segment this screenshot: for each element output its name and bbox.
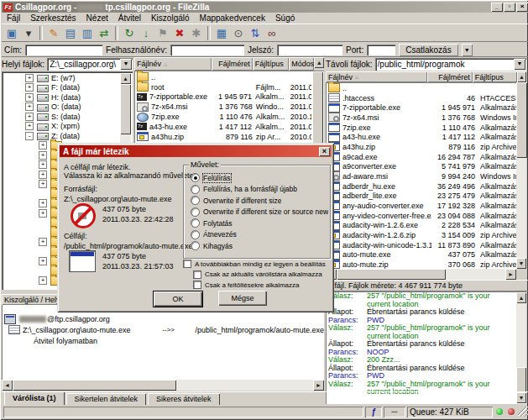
maximize-button[interactable]: ▫: [504, 3, 515, 12]
file-row[interactable]: 7-zipportable.exe 1 945 971 Alkalm... 20…: [136, 92, 311, 102]
local-path-combo[interactable]: Z:\_csillagpor.org\ ▼: [47, 58, 133, 71]
radio-icon[interactable]: [191, 218, 200, 228]
overwrite-option[interactable]: Overwrite if different size: [191, 195, 328, 207]
process-queue-icon[interactable]: ↓: [138, 25, 154, 41]
column-filetype[interactable]: Fájltípus: [473, 71, 517, 82]
file-row[interactable]: any-audio-converter.exe 17 192 328 Alkal…: [327, 201, 525, 211]
scrollbar-thumb[interactable]: [516, 367, 526, 392]
checkbox-icon[interactable]: [193, 270, 201, 279]
tree-item[interactable]: + O: (data): [3, 102, 120, 113]
tree-item[interactable]: + E: (w7): [3, 73, 120, 83]
dialog-title-bar[interactable]: A fájl már létezik ×: [60, 145, 332, 157]
dialog-checkbox[interactable]: Csak a feltöltésekre alkalmazza: [183, 280, 332, 291]
checkbox-icon[interactable]: [183, 260, 191, 268]
tree-expander[interactable]: +: [39, 209, 47, 218]
column-modified[interactable]: Módos: [289, 57, 314, 71]
file-row[interactable]: 7z-x64.msi 1 376 768 Windows Insta: [327, 113, 525, 123]
file-row[interactable]: a43hu.zip 879 116 zip Archive: [327, 142, 525, 152]
file-row[interactable]: ad-aware.msi 9 994 240 Windows Insta: [327, 171, 525, 181]
radio-icon[interactable]: [191, 173, 200, 182]
remote-tree-toggle-icon[interactable]: ▥: [79, 25, 96, 41]
file-row[interactable]: ..: [327, 83, 525, 93]
overwrite-option[interactable]: Overwrite if different size or source ne…: [191, 207, 328, 218]
scrollbar-thumb[interactable]: [516, 82, 527, 158]
tree-item[interactable]: + F: (data): [3, 83, 120, 93]
overwrite-option[interactable]: Felülírás: [191, 172, 328, 184]
queue-transfer-row[interactable]: Z:\_csillagpor.org\auto-mute.exe -->> /p…: [2, 324, 324, 335]
tree-expander[interactable]: +: [25, 113, 34, 121]
title-bar[interactable]: Fz Csillagpor.org - tp.csillagpor.org - …: [2, 2, 528, 13]
file-row[interactable]: audacity-win-1.2.6.exe 2 228 534 Alkalma…: [327, 220, 525, 230]
address-input[interactable]: [25, 45, 102, 55]
scroll-up-icon[interactable]: ▲: [120, 73, 131, 84]
remote-list-hscrollbar[interactable]: ◄ ►: [326, 269, 516, 280]
menu-item[interactable]: Szerkesztés: [25, 13, 81, 24]
column-filetype[interactable]: Fájltípus: [253, 57, 290, 71]
file-row[interactable]: audacity-win-unicode-1.3.12... 11 873 89…: [327, 240, 525, 250]
queue-tab[interactable]: Sikeres átvitelek: [148, 393, 220, 405]
file-row[interactable]: a9converter.exe 5 741 979 Alkalmazás: [327, 161, 525, 171]
scroll-up-icon[interactable]: ▲: [517, 71, 526, 82]
radio-icon[interactable]: [191, 207, 200, 217]
tree-expander[interactable]: +: [25, 83, 34, 92]
minimize-button[interactable]: _: [491, 3, 503, 12]
tree-expander[interactable]: +: [39, 180, 47, 188]
file-row[interactable]: 7zip.exe 1 110 476 Alkalmazás: [327, 123, 525, 133]
tree-expander[interactable]: +: [39, 141, 47, 150]
file-row[interactable]: adberdr_lite.exe 23 275 479 Alkalmazás: [327, 191, 525, 201]
port-input[interactable]: [367, 45, 395, 55]
tree-expander[interactable]: +: [39, 160, 47, 169]
file-row[interactable]: a43-hu.exe 1 417 112 Alkalm... 2011.0: [136, 122, 311, 132]
disconnect-icon[interactable]: ✱: [188, 25, 205, 41]
file-row[interactable]: 7-zipportable.exe 1 945 971 Alkalmazás: [327, 102, 525, 113]
menu-item[interactable]: Átvitel: [113, 13, 146, 24]
dialog-checkbox[interactable]: Csak az aktuális várólistára alkalmazza: [183, 270, 332, 281]
file-row[interactable]: ..: [136, 72, 311, 82]
overwrite-option[interactable]: Átnevezés: [191, 229, 328, 241]
connect-button[interactable]: Csatlakozás: [399, 44, 457, 56]
tree-item[interactable]: - Z: (data): [3, 131, 120, 141]
radio-icon[interactable]: [191, 230, 200, 239]
queue-server-row[interactable]: @ftp.csillagpor.org: [2, 313, 324, 324]
tree-expander[interactable]: +: [39, 257, 47, 265]
scroll-right-icon[interactable]: ►: [505, 269, 516, 280]
file-row[interactable]: auto-mute.zip 370 068 zip Archive: [327, 260, 525, 269]
menu-item[interactable]: Kiszolgáló: [146, 13, 195, 24]
connect-dropdown[interactable]: ▼: [462, 44, 473, 56]
tree-expander[interactable]: +: [25, 122, 34, 130]
local-path-dropdown[interactable]: ▼: [120, 59, 132, 70]
column-filename[interactable]: Fájlnév▵: [326, 71, 427, 82]
column-filename[interactable]: Fájlnév▵: [134, 57, 212, 71]
refresh-icon[interactable]: ↻: [121, 25, 138, 41]
swap-panes-icon[interactable]: ⇄: [96, 25, 112, 41]
tree-expander[interactable]: +: [39, 171, 47, 179]
file-row[interactable]: 7z-x64.msi 1 376 768 Windo... 2011.0: [136, 102, 311, 112]
scroll-right-icon[interactable]: ►: [313, 380, 324, 391]
tree-item[interactable]: + X: (xpm): [3, 122, 120, 132]
remote-path-dropdown[interactable]: ▼: [514, 59, 525, 70]
site-manager-dropdown[interactable]: ▾: [20, 25, 37, 41]
scrollbar-thumb[interactable]: [337, 269, 446, 280]
dialog-close-button[interactable]: ×: [319, 147, 330, 156]
file-row[interactable]: adberdr_hu.exe 36 249 496 Alkalmazás: [327, 181, 525, 192]
menu-item[interactable]: Súgó: [270, 13, 300, 24]
file-row[interactable]: 7zip.exe 1 110 476 Alkalm... 2010.1: [136, 112, 311, 122]
overwrite-option[interactable]: Folytatás: [191, 218, 328, 229]
file-row[interactable]: a43-hu.exe 1 417 112 Alkalmazás: [327, 132, 525, 142]
scrollbar-thumb[interactable]: [120, 84, 131, 134]
radio-icon[interactable]: [191, 241, 200, 250]
file-row[interactable]: audacity-win-1.2.6.zip 3 154 009 zip Arc…: [327, 230, 525, 240]
queue-tab[interactable]: Várólista (1): [4, 391, 65, 405]
column-filesize[interactable]: Fájlméret: [427, 71, 473, 82]
menu-item[interactable]: Fájl: [2, 13, 25, 24]
checkbox-icon[interactable]: [193, 281, 201, 289]
remote-list-scrollbar[interactable]: ▼: [516, 82, 526, 269]
compare-icon[interactable]: ⊙: [230, 25, 247, 41]
log-scrollbar[interactable]: ▲ ▼: [516, 292, 526, 403]
file-row[interactable]: a9cad.exe 16 294 787 Alkalmazás: [327, 152, 525, 162]
cancel-button[interactable]: Mégse: [218, 291, 267, 306]
tree-expander[interactable]: -: [25, 132, 34, 140]
tree-expander[interactable]: +: [39, 238, 47, 246]
queue-tab[interactable]: Sikertelen átvitelek: [66, 393, 147, 405]
scroll-down-icon[interactable]: ▼: [516, 258, 526, 269]
